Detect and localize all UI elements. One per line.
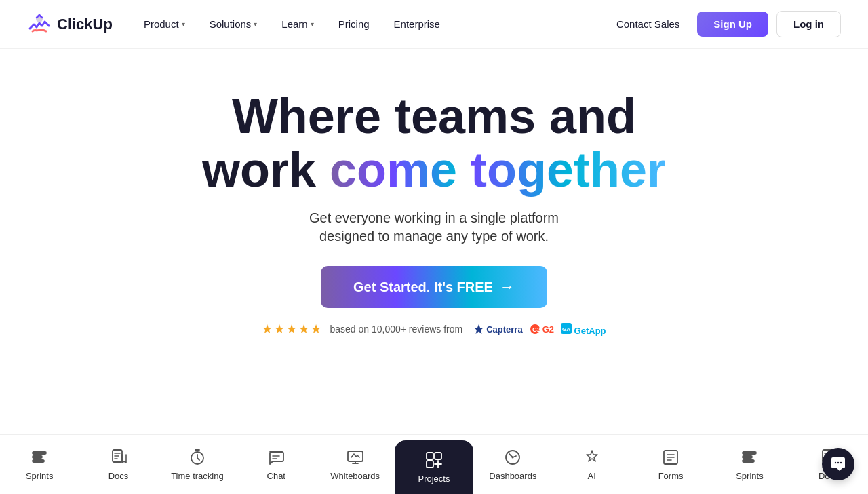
svg-rect-12	[427, 453, 433, 459]
logo-text: ClickUp	[57, 16, 113, 33]
tab-label: Sprints	[736, 471, 763, 481]
svg-text:G2: G2	[532, 326, 540, 333]
chat-support-button[interactable]	[822, 448, 854, 480]
sprints-icon	[740, 448, 759, 467]
nav-links: Product ▾ Solutions ▾ Learn ▾ Pricing En…	[134, 13, 607, 35]
logo[interactable]: ClickUp	[27, 12, 113, 37]
tab-label: Docs	[108, 471, 129, 481]
tab-whiteboards[interactable]: Whiteboards	[315, 435, 394, 494]
tab-label: Dashboards	[489, 471, 536, 481]
arrow-icon: →	[500, 278, 515, 296]
tab-forms[interactable]: Forms	[631, 435, 710, 494]
projects-icon	[425, 451, 443, 470]
svg-rect-7	[33, 456, 42, 458]
tab-label: Projects	[418, 474, 450, 484]
svg-point-24	[840, 462, 842, 463]
svg-rect-13	[435, 453, 441, 459]
docs-icon	[109, 448, 128, 467]
log-in-button[interactable]: Log in	[776, 11, 841, 37]
tab-label: Whiteboards	[330, 471, 380, 481]
tab-label: Sprints	[26, 471, 53, 481]
star-rating: ★★★★★	[262, 322, 323, 337]
tab-dashboards[interactable]: Dashboards	[473, 435, 552, 494]
tab-docs[interactable]: Docs	[79, 435, 157, 494]
tab-chat[interactable]: Chat	[237, 435, 315, 494]
cta-button[interactable]: Get Started. It's FREE →	[321, 266, 547, 308]
nav-item-pricing[interactable]: Pricing	[329, 13, 379, 35]
sprints-icon	[30, 448, 49, 467]
svg-rect-8	[33, 460, 44, 462]
tab-projects[interactable]: Projects	[395, 440, 473, 494]
tab-label: AI	[588, 471, 596, 481]
logo-icon	[27, 12, 52, 37]
bottom-tabs: Sprints Docs Time tracking Chat	[0, 434, 868, 494]
tab-sprints-right[interactable]: Sprints	[710, 435, 789, 494]
chevron-down-icon: ▾	[182, 20, 185, 28]
nav-item-solutions[interactable]: Solutions ▾	[200, 13, 267, 35]
contact-sales-link[interactable]: Contact Sales	[607, 13, 689, 35]
tab-label: Forms	[658, 471, 684, 481]
svg-marker-1	[474, 324, 484, 334]
nav-item-enterprise[interactable]: Enterprise	[384, 13, 450, 35]
navigation: ClickUp Product ▾ Solutions ▾ Learn ▾ Pr…	[0, 0, 868, 49]
svg-rect-14	[427, 461, 433, 468]
hero-line1: Where teams and	[202, 90, 666, 143]
tab-ai[interactable]: AI	[553, 435, 631, 494]
hero-section: Where teams and work come together Get e…	[0, 49, 868, 337]
nav-item-learn[interactable]: Learn ▾	[272, 13, 323, 35]
sign-up-button[interactable]: Sign Up	[697, 12, 768, 37]
whiteboard-icon	[346, 448, 365, 467]
nav-right: Contact Sales Sign Up Log in	[607, 11, 841, 37]
tab-sprints-left[interactable]: Sprints	[0, 435, 79, 494]
nav-item-product[interactable]: Product ▾	[134, 13, 195, 35]
svg-rect-18	[743, 452, 756, 454]
ai-icon	[583, 448, 601, 467]
hero-subtitle2: designed to manage any type of work.	[319, 229, 549, 244]
reviews-text: based on 10,000+ reviews from	[330, 324, 462, 335]
chevron-down-icon: ▾	[311, 20, 314, 28]
chevron-down-icon: ▾	[254, 20, 257, 28]
svg-point-16	[512, 457, 514, 459]
svg-point-23	[837, 462, 839, 463]
reviews-row: ★★★★★ based on 10,000+ reviews from Capt…	[262, 322, 606, 337]
review-logos: Capterra G2 G2 GA GetApp	[473, 323, 606, 336]
chat-support-icon	[830, 456, 846, 472]
time-icon	[188, 448, 207, 467]
svg-rect-6	[33, 452, 46, 454]
dashboard-icon	[503, 448, 522, 467]
chat-icon	[267, 448, 285, 467]
tab-time-tracking[interactable]: Time tracking	[158, 435, 237, 494]
forms-icon	[661, 448, 680, 467]
getapp-logo: GA GetApp	[561, 323, 606, 336]
capterra-logo: Capterra	[473, 324, 522, 335]
hero-title: Where teams and work come together	[202, 90, 666, 197]
hero-subtitle1: Get everyone working in a single platfor…	[309, 210, 559, 226]
g2-logo: G2 G2	[530, 324, 554, 335]
svg-rect-19	[743, 456, 752, 458]
tab-label: Chat	[267, 471, 285, 481]
tab-label: Time tracking	[171, 471, 224, 481]
hero-line2: work come together	[202, 143, 666, 197]
svg-point-22	[835, 462, 836, 463]
svg-text:GA: GA	[562, 326, 570, 332]
svg-rect-20	[743, 460, 754, 462]
